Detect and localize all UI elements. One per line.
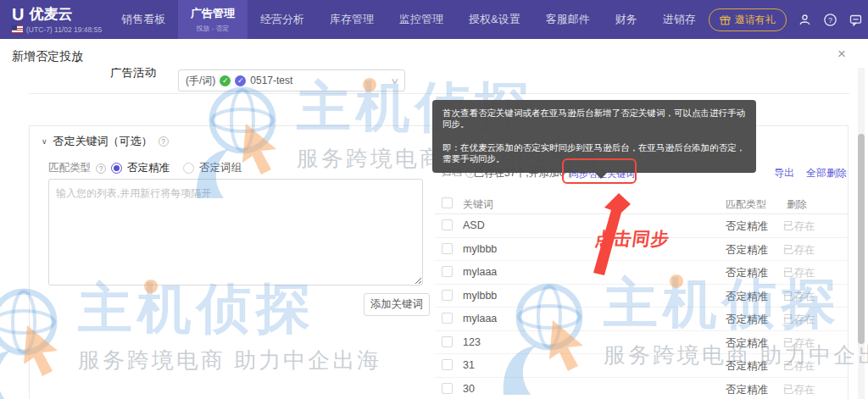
invite-reward-button[interactable]: 邀请有礼 — [709, 8, 787, 31]
row-status: 已存在 — [783, 336, 815, 351]
export-link[interactable]: 导出 — [774, 166, 794, 180]
row-status: 已存在 — [783, 290, 815, 304]
row-status: 已存在 — [783, 243, 815, 258]
header-delete: 删除 — [787, 197, 807, 212]
table-row: ASD 否定精准 已存在 — [435, 214, 848, 238]
row-status: 已存在 — [783, 266, 815, 280]
header-keyword: 关键词 — [463, 197, 493, 212]
modal-title: 新增否定投放 — [12, 49, 83, 64]
modal-header — [0, 39, 868, 68]
us-flag-icon — [12, 25, 23, 33]
nav-item-label: 授权&设置 — [469, 12, 520, 27]
radio-negative-phrase[interactable] — [183, 163, 194, 174]
nav-item-ad-management[interactable]: 广告管理 投放 - 否定 — [178, 0, 248, 39]
scrollbar-thumb[interactable] — [858, 134, 865, 344]
row-match-type: 否定精准 — [726, 336, 768, 351]
row-match-type: 否定精准 — [726, 290, 768, 304]
campaign-select[interactable]: (手/词) ✓ ✓ 0517-test ∨ — [178, 69, 405, 91]
row-match-type: 否定精准 — [726, 243, 768, 258]
table-row: mylaaa 否定精准 已存在 — [435, 261, 848, 285]
row-match-type: 否定精准 — [726, 383, 768, 397]
radio-negative-phrase-label[interactable]: 否定词组 — [199, 161, 242, 175]
match-type-row: 匹配类型 否定精准 否定词组 — [48, 161, 250, 175]
nav-item-sublabel: 投放 - 否定 — [196, 24, 229, 33]
row-keyword: ASD — [463, 219, 485, 231]
nav-item-label: 销售看板 — [121, 12, 165, 27]
invite-label: 邀请有礼 — [735, 13, 776, 27]
row-keyword: mylaaa — [463, 266, 497, 278]
nav-item-sales-dashboard[interactable]: 销售看板 — [108, 0, 178, 39]
row-status: 已存在 — [783, 383, 815, 397]
nav-item-label: 客服邮件 — [546, 12, 590, 27]
row-keyword: mylbbb — [463, 243, 497, 255]
keywords-table: 关键词 匹配类型 删除 ASD 否定精准 已存在 mylbbb 否定精准 已存在… — [435, 192, 848, 399]
delete-all-link[interactable]: 全部删除 — [806, 166, 847, 180]
help-icon[interactable]: ? — [823, 13, 837, 27]
row-checkbox[interactable] — [442, 219, 453, 230]
section-help-icon[interactable] — [159, 136, 169, 147]
row-checkbox[interactable] — [442, 313, 453, 324]
row-status: 已存在 — [783, 219, 815, 234]
logo-icon: U — [12, 6, 24, 23]
row-checkbox[interactable] — [442, 266, 453, 277]
table-rows: ASD 否定精准 已存在 mylbbb 否定精准 已存在 mylaaa 否定精准… — [435, 214, 848, 399]
section-title: 否定关键词（可选） — [53, 134, 153, 149]
row-status: 已存在 — [783, 359, 815, 374]
row-checkbox[interactable] — [442, 243, 453, 254]
status-check-green-icon: ✓ — [220, 75, 231, 86]
row-checkbox[interactable] — [442, 359, 453, 370]
sync-tooltip: 首次查看否定关键词或者在亚马逊后台新增了否定关键词，可以点击进行手动同步。 即：… — [432, 100, 756, 173]
nav-items: 销售看板 广告管理 投放 - 否定 经营分析 库存管理 监控管理 授权&设置 客… — [108, 0, 709, 39]
divider — [29, 93, 849, 94]
row-status: 已存在 — [783, 313, 815, 327]
table-row: mylaaa 否定精准 已存在 — [435, 308, 848, 331]
gift-icon — [720, 14, 731, 25]
nav-item-inventory[interactable]: 库存管理 — [317, 0, 387, 39]
feedback-icon[interactable] — [849, 13, 863, 27]
match-type-label: 匹配类型 — [48, 161, 91, 175]
collapse-chevron-icon[interactable]: ∨ — [42, 137, 47, 146]
radio-negative-exact[interactable] — [111, 163, 122, 174]
table-row: 123 否定精准 已存在 — [435, 331, 848, 355]
header-match-type: 匹配类型 — [726, 197, 766, 212]
row-keyword: 30 — [463, 383, 475, 395]
logo-block[interactable]: U 优麦云 (UTC-7) 11/02 19:48:55 — [12, 6, 103, 34]
nav-item-finance[interactable]: 财务 — [603, 0, 650, 39]
select-all-checkbox[interactable] — [442, 197, 453, 208]
nav-item-label: 广告管理 — [191, 6, 235, 21]
status-check-purple-icon: ✓ — [235, 75, 246, 86]
nav-item-label: 财务 — [615, 12, 637, 27]
row-match-type: 否定精准 — [726, 219, 768, 234]
table-row: 30 否定精准 已存在 — [435, 378, 848, 399]
row-checkbox[interactable] — [442, 383, 453, 394]
nav-item-monitoring[interactable]: 监控管理 — [387, 0, 456, 39]
nav-right-tools: 邀请有礼 ? — [709, 8, 868, 31]
nav-item-label: 经营分析 — [260, 12, 304, 27]
nav-item-business-analysis[interactable]: 经营分析 — [248, 0, 317, 39]
nav-item-customer-email[interactable]: 客服邮件 — [533, 0, 603, 39]
nav-item-auth-settings[interactable]: 授权&设置 — [456, 0, 533, 39]
table-row: mylbbb 否定精准 已存在 — [435, 238, 848, 262]
table-row: 31 否定精准 已存在 — [435, 354, 848, 378]
table-header-row: 关键词 匹配类型 删除 — [435, 192, 848, 214]
account-switch-icon[interactable] — [798, 13, 812, 27]
row-checkbox[interactable] — [442, 336, 453, 347]
top-navbar: U 优麦云 (UTC-7) 11/02 19:48:55 销售看板 广告管理 投… — [0, 0, 868, 39]
row-checkbox[interactable] — [442, 290, 453, 301]
add-keywords-button[interactable]: 添加关键词 — [364, 293, 430, 316]
add-negative-targeting-modal: 新增否定投放 × 广告活动 (手/词) ✓ ✓ 0517-test ∨ ∨ 否定… — [0, 39, 868, 399]
nav-item-erp[interactable]: 进销存 — [650, 0, 709, 39]
logo-text: 优麦云 — [29, 7, 72, 21]
close-icon[interactable]: × — [837, 46, 846, 63]
row-match-type: 否定精准 — [726, 266, 768, 280]
tooltip-line2: 即：在优麦云添加的否定实时同步到亚马逊后台，在亚马逊后台添加的否定，需要手动同步… — [442, 142, 746, 164]
nav-item-label: 监控管理 — [399, 12, 443, 27]
row-match-type: 否定精准 — [726, 359, 768, 374]
keywords-input[interactable] — [48, 179, 423, 285]
match-type-help-icon[interactable] — [96, 163, 106, 174]
nav-item-label: 进销存 — [663, 12, 696, 27]
tooltip-line1: 首次查看否定关键词或者在亚马逊后台新增了否定关键词，可以点击进行手动同步。 — [442, 108, 746, 130]
campaign-type-tag: (手/词) — [186, 74, 215, 88]
radio-negative-exact-label[interactable]: 否定精准 — [127, 161, 170, 175]
row-match-type: 否定精准 — [726, 313, 768, 327]
